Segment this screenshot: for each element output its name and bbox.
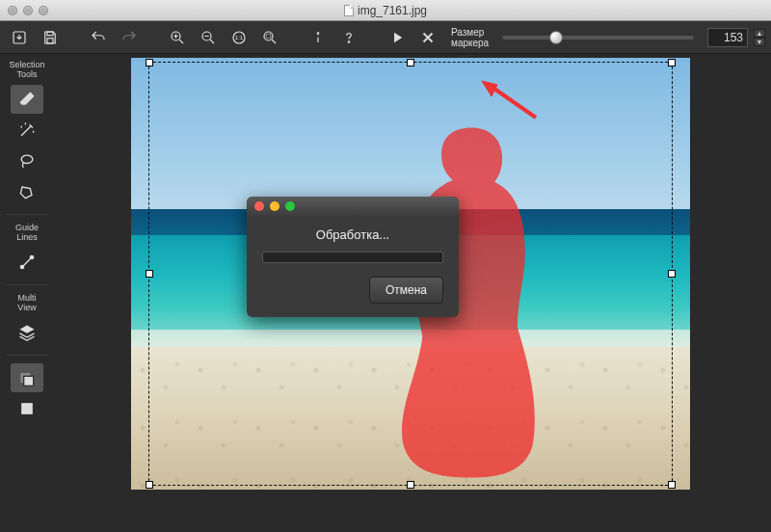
svg-point-10 [348,40,350,42]
window-title: img_7161.jpg [358,4,427,17]
sidebar-section-guide: Guide Lines [15,223,39,242]
crop-handle-se[interactable] [668,481,676,489]
marker-size-stepper[interactable]: ▲ ▼ [754,29,765,46]
single-view-button[interactable] [11,394,43,423]
lasso-tool[interactable] [11,146,43,175]
marker-size-slider[interactable] [502,36,694,40]
layers-button[interactable] [11,318,43,347]
crop-handle-sw[interactable] [146,481,153,489]
slider-thumb[interactable] [549,31,563,44]
canvas-area[interactable]: Обработка... Отмена [54,54,771,532]
svg-text:1:1: 1:1 [235,35,244,40]
svg-rect-2 [47,38,53,42]
zoom-in-button[interactable] [164,25,191,50]
processing-dialog: Обработка... Отмена [247,197,459,317]
stepper-up-icon[interactable]: ▲ [754,29,765,38]
import-button[interactable] [6,25,33,50]
crop-handle-n[interactable] [407,59,414,66]
document-icon [344,5,354,16]
svg-rect-8 [266,34,271,39]
crop-handle-ne[interactable] [668,59,676,66]
window-zoom-button[interactable] [39,6,48,15]
info-button[interactable] [305,25,332,50]
dialog-cancel-button[interactable]: Отмена [369,277,443,304]
polygon-lasso-tool[interactable] [11,177,43,206]
svg-rect-1 [47,32,53,36]
progress-bar [262,252,443,263]
zoom-actual-button[interactable]: 1:1 [226,25,253,50]
svg-marker-11 [394,32,402,42]
window-minimize-button[interactable] [23,6,33,15]
crop-handle-nw[interactable] [146,59,153,66]
svg-marker-19 [482,81,497,96]
marker-size-input[interactable] [707,28,748,47]
dialog-titlebar[interactable] [247,197,459,216]
crop-handle-e[interactable] [668,270,676,278]
zoom-out-button[interactable] [195,25,222,50]
crop-handle-s[interactable] [407,481,414,489]
svg-point-7 [264,32,273,40]
marker-size-label: Размер маркера [451,27,489,48]
sidebar-section-selection: Selection Tools [9,60,44,79]
svg-point-9 [317,32,319,34]
compare-view-button[interactable] [11,363,43,392]
undo-button[interactable] [85,25,112,50]
svg-line-18 [492,87,536,118]
left-sidebar: Selection Tools Guide Lines Multi View [0,54,54,532]
magic-wand-tool[interactable] [11,116,43,145]
redo-button[interactable] [116,25,143,50]
help-button[interactable] [335,25,362,50]
guide-line-tool[interactable] [11,248,43,277]
svg-rect-17 [21,403,33,414]
dialog-title: Обработка... [262,227,443,242]
dialog-minimize-button[interactable] [270,201,279,211]
window-close-button[interactable] [8,6,17,15]
dialog-zoom-button[interactable] [285,201,295,211]
svg-rect-16 [24,376,34,386]
zoom-fit-button[interactable] [256,25,283,50]
cancel-action-button[interactable] [414,25,441,50]
top-toolbar: 1:1 Размер маркера ▲ ▼ [0,21,771,54]
eraser-tool[interactable] [11,85,43,114]
stepper-down-icon[interactable]: ▼ [754,38,765,46]
annotation-arrow [478,79,545,131]
dialog-close-button[interactable] [254,201,264,211]
crop-handle-w[interactable] [146,270,153,278]
svg-point-12 [21,155,33,163]
play-button[interactable] [384,25,411,50]
window-titlebar: img_7161.jpg [0,0,771,21]
save-button[interactable] [37,25,64,50]
sidebar-section-multi: Multi View [17,293,36,312]
